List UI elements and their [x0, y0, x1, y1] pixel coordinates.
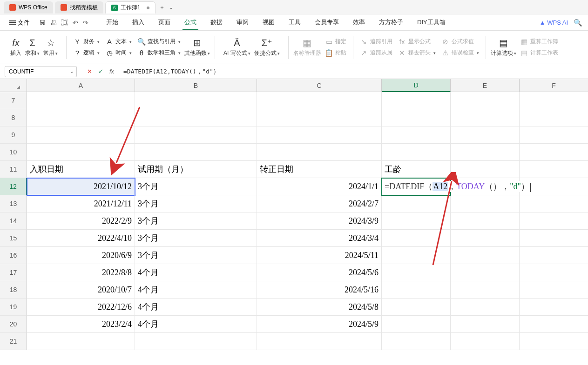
cell-B15[interactable]: 3个月 [135, 230, 257, 247]
cell-B9[interactable] [135, 126, 257, 144]
cell-B17[interactable]: 4个月 [135, 264, 257, 281]
recalc-book-button[interactable]: ▦重算工作簿 [518, 37, 560, 47]
tab-member[interactable]: 会员专享 [313, 15, 341, 30]
wps-ai-button[interactable]: ▲ WPS AI [540, 19, 568, 26]
cell-E19[interactable] [451, 299, 520, 316]
cell-E8[interactable] [451, 109, 520, 126]
cell-F13[interactable] [520, 195, 588, 212]
col-header-F[interactable]: F [520, 79, 588, 92]
cell-C15[interactable]: 2024/3/4 [257, 230, 382, 247]
cell-F11[interactable] [520, 161, 588, 178]
cell-A7[interactable] [27, 92, 135, 109]
cell-F19[interactable] [520, 299, 588, 316]
cell-C9[interactable] [257, 126, 382, 144]
cell-F16[interactable] [520, 247, 588, 264]
cell-D10[interactable] [382, 144, 451, 161]
text-button[interactable]: A文本▾ [103, 37, 134, 47]
cell-E16[interactable] [451, 247, 520, 264]
cell-F9[interactable] [520, 126, 588, 144]
cell-E18[interactable] [451, 281, 520, 299]
row-header-9[interactable]: 9 [0, 126, 27, 144]
cell-C8[interactable] [257, 109, 382, 126]
calc-sheet-button[interactable]: ▤计算工作表 [518, 48, 560, 58]
cell-D15[interactable] [382, 230, 451, 247]
cell-E10[interactable] [451, 144, 520, 161]
define-button[interactable]: ▭指定 [323, 37, 348, 47]
cell-A20[interactable]: 2023/2/4 [27, 316, 135, 333]
cell-A8[interactable] [27, 109, 135, 126]
row-header-21[interactable]: 21 [0, 333, 27, 350]
cell-B8[interactable] [135, 109, 257, 126]
cell-A17[interactable]: 2022/8/8 [27, 264, 135, 281]
cell-E15[interactable] [451, 230, 520, 247]
col-header-E[interactable]: E [451, 79, 520, 92]
cell-B19[interactable]: 4个月 [135, 299, 257, 316]
cell-A19[interactable]: 2022/12/6 [27, 299, 135, 316]
cell-D14[interactable] [382, 212, 451, 230]
tab-templates[interactable]: 找稻壳模板 [55, 1, 103, 13]
cell-C13[interactable]: 2024/2/7 [257, 195, 382, 212]
col-header-B[interactable]: B [135, 79, 257, 92]
cell-B7[interactable] [135, 92, 257, 109]
formula-eval-button[interactable]: ⊘公式求值 [439, 37, 481, 47]
print-icon[interactable]: 🖶 [50, 19, 57, 27]
tab-workbook[interactable]: S 工作簿1 [105, 1, 156, 13]
tab-wps-office[interactable]: WPS Office [4, 1, 53, 13]
col-header-A[interactable]: A [27, 79, 135, 92]
cell-A11[interactable]: 入职日期 [27, 161, 135, 178]
row-header-20[interactable]: 20 [0, 316, 27, 333]
cell-E11[interactable] [451, 161, 520, 178]
row-header-11[interactable]: 11 [0, 161, 27, 178]
row-header-12[interactable]: 12 [0, 178, 27, 195]
cell-E14[interactable] [451, 212, 520, 230]
row-header-19[interactable]: 19 [0, 299, 27, 316]
row-header-18[interactable]: 18 [0, 281, 27, 299]
tab-dropdown-button[interactable]: ⌄ [169, 4, 173, 11]
cell-B20[interactable]: 4个月 [135, 316, 257, 333]
tab-formula[interactable]: 公式 [182, 15, 198, 30]
tab-review[interactable]: 审阅 [235, 15, 250, 30]
show-formula-button[interactable]: fx显示公式 [396, 37, 438, 47]
name-manager-button[interactable]: ▦ 名称管理器 [293, 37, 321, 57]
trace-precedents-button[interactable]: ↘追踪引用 [358, 37, 394, 47]
cell-D19[interactable] [382, 299, 451, 316]
select-all-corner[interactable] [0, 79, 27, 92]
search-icon[interactable]: 🔍 [574, 19, 582, 27]
cell-C18[interactable]: 2024/5/16 [257, 281, 382, 299]
cell-D8[interactable] [382, 109, 451, 126]
cell-D18[interactable] [382, 281, 451, 299]
tab-insert[interactable]: 插入 [130, 15, 146, 30]
cell-A15[interactable]: 2022/4/10 [27, 230, 135, 247]
row-header-15[interactable]: 15 [0, 230, 27, 247]
cell-D16[interactable] [382, 247, 451, 264]
cell-D21[interactable] [382, 333, 451, 350]
cell-B13[interactable]: 3个月 [135, 195, 257, 212]
preview-icon[interactable]: ⿴ [61, 19, 68, 27]
cell-B10[interactable] [135, 144, 257, 161]
cell-C14[interactable]: 2024/3/9 [257, 212, 382, 230]
cell-D20[interactable] [382, 316, 451, 333]
trace-dependents-button[interactable]: ↗追踪从属 [358, 48, 394, 58]
cells-grid[interactable]: 入职日期试用期（月）转正日期工龄2021/10/123个月2024/1/1=DA… [27, 92, 588, 350]
cell-B18[interactable]: 4个月 [135, 281, 257, 299]
formula-input[interactable]: =DATEDIF(A12,TODAY()，"d"） [120, 67, 588, 76]
file-menu-button[interactable]: 文件 [6, 17, 34, 29]
row-header-7[interactable]: 7 [0, 92, 27, 109]
cell-D12[interactable]: =DATEDIF（A12，TODAY（），"d"） [382, 178, 451, 195]
cell-A14[interactable]: 2022/2/9 [27, 212, 135, 230]
cell-F18[interactable] [520, 281, 588, 299]
lookup-button[interactable]: 🔍查找与引用▾ [135, 37, 182, 47]
cell-A13[interactable]: 2021/12/11 [27, 195, 135, 212]
cell-C21[interactable] [257, 333, 382, 350]
cell-A12[interactable]: 2021/10/12 [27, 178, 135, 195]
editing-formula[interactable]: =DATEDIF（A12，TODAY（），"d"） [383, 181, 533, 192]
cell-C10[interactable] [257, 144, 382, 161]
cell-A10[interactable] [27, 144, 135, 161]
tab-diy[interactable]: DIY工具箱 [415, 15, 447, 30]
save-icon[interactable]: 🖫 [39, 19, 46, 27]
row-header-17[interactable]: 17 [0, 264, 27, 281]
row-header-10[interactable]: 10 [0, 144, 27, 161]
cell-B12[interactable]: 3个月 [135, 178, 257, 195]
cell-D17[interactable] [382, 264, 451, 281]
cell-C20[interactable]: 2024/5/9 [257, 316, 382, 333]
